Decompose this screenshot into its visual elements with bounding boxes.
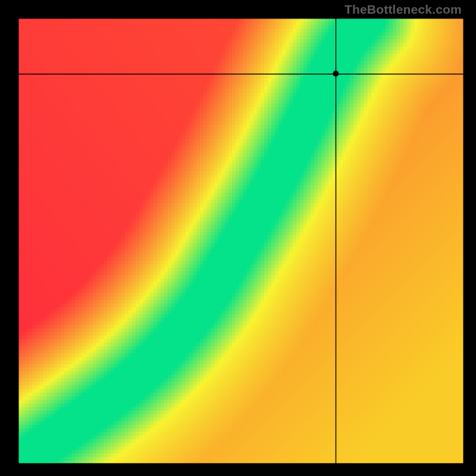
chart-stage: TheBottleneck.com [0, 0, 476, 476]
overlay-canvas [0, 0, 476, 476]
watermark-text: TheBottleneck.com [345, 2, 462, 17]
